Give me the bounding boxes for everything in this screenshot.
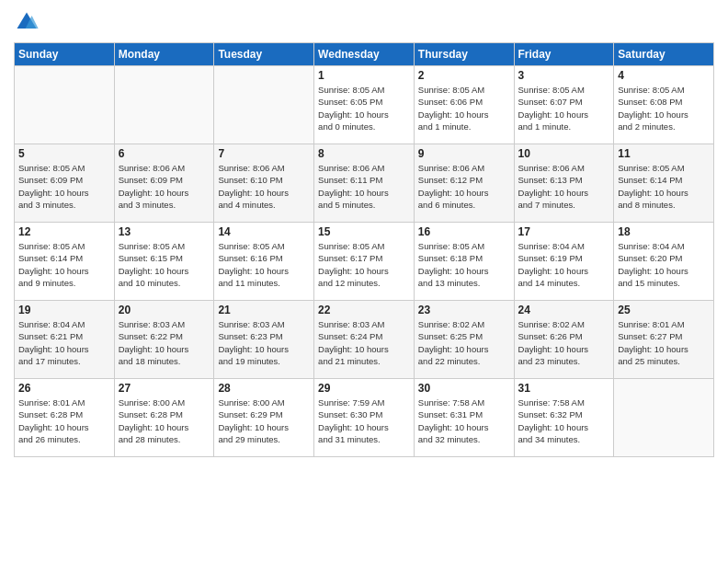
- calendar-cell: 20Sunrise: 8:03 AM Sunset: 6:22 PM Dayli…: [114, 301, 214, 379]
- weekday-header: Sunday: [15, 43, 115, 66]
- calendar-week-row: 26Sunrise: 8:01 AM Sunset: 6:28 PM Dayli…: [15, 379, 714, 457]
- day-number: 15: [318, 225, 410, 238]
- day-number: 24: [518, 304, 610, 316]
- calendar-cell: 14Sunrise: 8:05 AM Sunset: 6:16 PM Dayli…: [214, 223, 314, 301]
- day-number: 6: [119, 147, 210, 160]
- day-number: 17: [518, 225, 610, 238]
- calendar-cell: 31Sunrise: 7:58 AM Sunset: 6:32 PM Dayli…: [514, 379, 614, 457]
- calendar-week-row: 19Sunrise: 8:04 AM Sunset: 6:21 PM Dayli…: [15, 301, 714, 379]
- day-number: 12: [18, 225, 110, 238]
- day-number: 11: [618, 147, 710, 160]
- calendar-cell: 22Sunrise: 8:03 AM Sunset: 6:24 PM Dayli…: [314, 301, 415, 379]
- calendar-cell: 4Sunrise: 8:05 AM Sunset: 6:08 PM Daylig…: [614, 66, 714, 144]
- weekday-header: Monday: [114, 43, 214, 66]
- weekday-header: Thursday: [414, 43, 514, 66]
- calendar-cell: 2Sunrise: 8:05 AM Sunset: 6:06 PM Daylig…: [414, 66, 514, 144]
- day-number: 27: [119, 382, 210, 395]
- calendar-cell: 10Sunrise: 8:06 AM Sunset: 6:13 PM Dayli…: [514, 144, 614, 223]
- calendar-cell: 13Sunrise: 8:05 AM Sunset: 6:15 PM Dayli…: [114, 223, 214, 301]
- day-info: Sunrise: 8:04 AM Sunset: 6:21 PM Dayligh…: [18, 318, 110, 367]
- day-info: Sunrise: 8:04 AM Sunset: 6:19 PM Dayligh…: [518, 240, 610, 289]
- calendar-cell: 16Sunrise: 8:05 AM Sunset: 6:18 PM Dayli…: [414, 223, 514, 301]
- calendar-cell: 18Sunrise: 8:04 AM Sunset: 6:20 PM Dayli…: [614, 223, 714, 301]
- day-info: Sunrise: 8:04 AM Sunset: 6:20 PM Dayligh…: [618, 240, 710, 289]
- calendar-cell: 12Sunrise: 8:05 AM Sunset: 6:14 PM Dayli…: [15, 223, 115, 301]
- day-info: Sunrise: 8:01 AM Sunset: 6:28 PM Dayligh…: [18, 396, 110, 445]
- calendar-cell: 19Sunrise: 8:04 AM Sunset: 6:21 PM Dayli…: [15, 301, 115, 379]
- calendar-cell: 11Sunrise: 8:05 AM Sunset: 6:14 PM Dayli…: [614, 144, 714, 223]
- day-number: 25: [618, 304, 710, 316]
- weekday-header: Saturday: [614, 43, 714, 66]
- day-number: 28: [218, 382, 310, 395]
- day-info: Sunrise: 8:01 AM Sunset: 6:27 PM Dayligh…: [618, 318, 710, 367]
- day-info: Sunrise: 8:06 AM Sunset: 6:12 PM Dayligh…: [418, 162, 510, 211]
- day-info: Sunrise: 8:05 AM Sunset: 6:18 PM Dayligh…: [418, 240, 510, 289]
- day-info: Sunrise: 8:00 AM Sunset: 6:28 PM Dayligh…: [119, 396, 210, 445]
- calendar-table: SundayMondayTuesdayWednesdayThursdayFrid…: [14, 42, 714, 457]
- day-info: Sunrise: 8:03 AM Sunset: 6:23 PM Dayligh…: [218, 318, 310, 367]
- calendar-cell: 28Sunrise: 8:00 AM Sunset: 6:29 PM Dayli…: [214, 379, 314, 457]
- logo-icon: [14, 9, 40, 35]
- calendar-cell: [614, 379, 714, 457]
- day-number: 2: [418, 69, 510, 82]
- day-info: Sunrise: 8:02 AM Sunset: 6:25 PM Dayligh…: [418, 318, 510, 367]
- day-number: 5: [18, 147, 110, 160]
- calendar-week-row: 1Sunrise: 8:05 AM Sunset: 6:05 PM Daylig…: [15, 66, 714, 144]
- day-number: 26: [18, 382, 110, 395]
- day-info: Sunrise: 8:05 AM Sunset: 6:05 PM Dayligh…: [318, 84, 410, 132]
- calendar-cell: 3Sunrise: 8:05 AM Sunset: 6:07 PM Daylig…: [514, 66, 614, 144]
- day-number: 4: [618, 69, 710, 82]
- day-number: 30: [418, 382, 510, 395]
- day-number: 20: [119, 304, 210, 316]
- day-info: Sunrise: 8:05 AM Sunset: 6:14 PM Dayligh…: [18, 240, 110, 289]
- day-number: 10: [518, 147, 610, 160]
- calendar-week-row: 12Sunrise: 8:05 AM Sunset: 6:14 PM Dayli…: [15, 223, 714, 301]
- day-number: 9: [418, 147, 510, 160]
- day-info: Sunrise: 8:05 AM Sunset: 6:17 PM Dayligh…: [318, 240, 410, 289]
- day-number: 23: [418, 304, 510, 316]
- calendar-cell: 17Sunrise: 8:04 AM Sunset: 6:19 PM Dayli…: [514, 223, 614, 301]
- calendar-cell: [114, 66, 214, 144]
- day-info: Sunrise: 8:05 AM Sunset: 6:08 PM Dayligh…: [618, 84, 710, 132]
- day-number: 7: [218, 147, 310, 160]
- day-info: Sunrise: 8:02 AM Sunset: 6:26 PM Dayligh…: [518, 318, 610, 367]
- day-number: 18: [618, 225, 710, 238]
- calendar-cell: [15, 66, 115, 144]
- header: [14, 9, 714, 35]
- calendar-cell: 1Sunrise: 8:05 AM Sunset: 6:05 PM Daylig…: [314, 66, 415, 144]
- day-info: Sunrise: 8:03 AM Sunset: 6:22 PM Dayligh…: [119, 318, 210, 367]
- day-number: 29: [318, 382, 410, 395]
- day-number: 19: [18, 304, 110, 316]
- day-info: Sunrise: 8:05 AM Sunset: 6:09 PM Dayligh…: [18, 162, 110, 211]
- calendar-cell: 5Sunrise: 8:05 AM Sunset: 6:09 PM Daylig…: [15, 144, 115, 223]
- day-info: Sunrise: 8:06 AM Sunset: 6:13 PM Dayligh…: [518, 162, 610, 211]
- calendar-cell: 9Sunrise: 8:06 AM Sunset: 6:12 PM Daylig…: [414, 144, 514, 223]
- day-info: Sunrise: 7:58 AM Sunset: 6:31 PM Dayligh…: [418, 396, 510, 445]
- page: SundayMondayTuesdayWednesdayThursdayFrid…: [0, 0, 728, 471]
- weekday-header: Friday: [514, 43, 614, 66]
- day-number: 16: [418, 225, 510, 238]
- day-number: 3: [518, 69, 610, 82]
- weekday-header: Tuesday: [214, 43, 314, 66]
- calendar-cell: 26Sunrise: 8:01 AM Sunset: 6:28 PM Dayli…: [15, 379, 115, 457]
- calendar-week-row: 5Sunrise: 8:05 AM Sunset: 6:09 PM Daylig…: [15, 144, 714, 223]
- day-number: 22: [318, 304, 410, 316]
- day-info: Sunrise: 8:06 AM Sunset: 6:10 PM Dayligh…: [218, 162, 310, 211]
- day-number: 8: [318, 147, 410, 160]
- calendar-cell: 8Sunrise: 8:06 AM Sunset: 6:11 PM Daylig…: [314, 144, 415, 223]
- day-info: Sunrise: 7:59 AM Sunset: 6:30 PM Dayligh…: [318, 396, 410, 445]
- calendar-cell: 30Sunrise: 7:58 AM Sunset: 6:31 PM Dayli…: [414, 379, 514, 457]
- day-info: Sunrise: 8:05 AM Sunset: 6:06 PM Dayligh…: [418, 84, 510, 132]
- weekday-header-row: SundayMondayTuesdayWednesdayThursdayFrid…: [15, 43, 714, 66]
- weekday-header: Wednesday: [314, 43, 415, 66]
- day-info: Sunrise: 8:05 AM Sunset: 6:15 PM Dayligh…: [119, 240, 210, 289]
- day-info: Sunrise: 8:00 AM Sunset: 6:29 PM Dayligh…: [218, 396, 310, 445]
- day-info: Sunrise: 8:05 AM Sunset: 6:07 PM Dayligh…: [518, 84, 610, 132]
- day-number: 21: [218, 304, 310, 316]
- calendar-cell: 24Sunrise: 8:02 AM Sunset: 6:26 PM Dayli…: [514, 301, 614, 379]
- logo: [14, 9, 43, 35]
- calendar-cell: [214, 66, 314, 144]
- calendar-cell: 6Sunrise: 8:06 AM Sunset: 6:09 PM Daylig…: [114, 144, 214, 223]
- calendar-cell: 25Sunrise: 8:01 AM Sunset: 6:27 PM Dayli…: [614, 301, 714, 379]
- day-info: Sunrise: 8:05 AM Sunset: 6:16 PM Dayligh…: [218, 240, 310, 289]
